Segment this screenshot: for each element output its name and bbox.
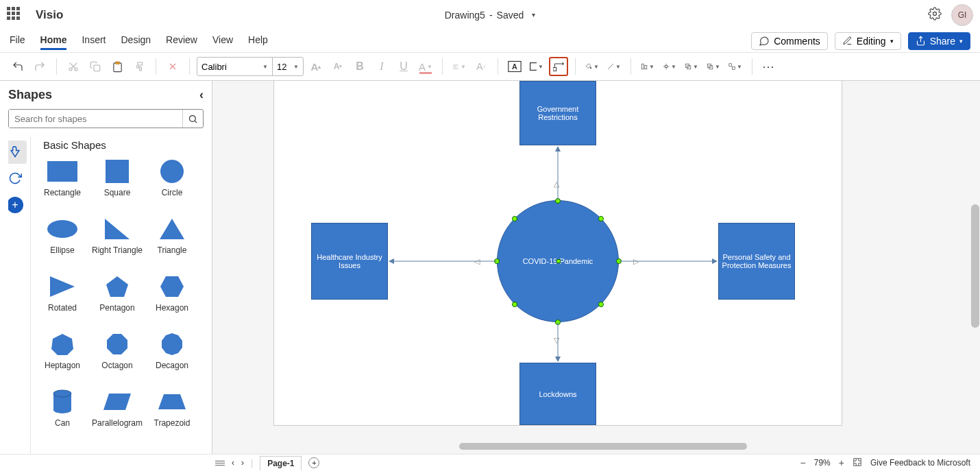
connection-point[interactable] — [598, 302, 604, 307]
tab-review[interactable]: Review — [166, 32, 197, 50]
collapse-panel-button[interactable]: ‹ — [199, 88, 204, 102]
shape-top[interactable]: Government Restrictions — [519, 81, 596, 145]
connection-point[interactable] — [555, 198, 561, 204]
add-stencil-button[interactable]: + — [8, 197, 23, 213]
autoconnect-down[interactable]: ▽ — [554, 336, 559, 345]
shape-can[interactable]: Can — [35, 387, 90, 442]
connection-point[interactable] — [598, 216, 604, 221]
connection-point[interactable] — [512, 216, 517, 221]
shape-right-triangle[interactable]: Right Triangle — [90, 214, 145, 269]
comments-button[interactable]: Comments — [751, 32, 828, 50]
shape-triangle[interactable]: Triangle — [145, 214, 199, 269]
autoconnect-right[interactable]: ▷ — [633, 257, 639, 266]
page-tab[interactable]: Page-1 — [260, 456, 302, 470]
copy-button[interactable] — [86, 57, 105, 76]
fit-page-button[interactable] — [853, 457, 862, 469]
zoom-in-button[interactable]: + — [839, 457, 844, 468]
svg-rect-16 — [553, 68, 556, 71]
search-icon[interactable] — [182, 110, 203, 128]
shapes-sidebar: Shapes ‹ + — [0, 81, 212, 454]
shape-parallelogram[interactable]: Parallelogram — [90, 387, 145, 442]
drawing-page[interactable]: COVID-19 Pandemic Government Restriction… — [274, 81, 842, 425]
rectangle-tool-button[interactable]: ▼ — [527, 57, 546, 76]
user-avatar[interactable]: GI — [951, 4, 973, 26]
arrange-position-button[interactable]: ▼ — [660, 57, 679, 76]
autoconnect-left[interactable]: ◁ — [474, 257, 480, 266]
connection-point[interactable] — [555, 319, 561, 325]
svg-point-2 — [69, 68, 72, 71]
underline-button[interactable]: U — [394, 57, 413, 76]
shrink-font-button[interactable]: A▾ — [328, 57, 347, 76]
redo-button[interactable] — [30, 57, 49, 76]
group-button[interactable]: ▼ — [726, 57, 745, 76]
shape-ellipse[interactable]: Ellipse — [35, 214, 90, 269]
grow-font-button[interactable]: A▴ — [306, 57, 326, 76]
shape-rotated[interactable]: Rotated — [35, 271, 90, 326]
svg-rect-55 — [854, 458, 861, 466]
next-page-button[interactable]: › — [241, 458, 244, 468]
svg-rect-15 — [530, 63, 537, 71]
vertical-scrollbar[interactable] — [971, 204, 979, 328]
send-back-button[interactable]: ▼ — [704, 57, 723, 76]
shape-hexagon[interactable]: Hexagon — [145, 271, 199, 326]
delete-button[interactable] — [163, 57, 182, 76]
connector-tool-button[interactable] — [549, 57, 568, 76]
tab-help[interactable]: Help — [248, 32, 268, 50]
tab-file[interactable]: File — [10, 32, 25, 50]
connection-point[interactable] — [494, 258, 500, 264]
autoconnect-up[interactable]: △ — [554, 180, 559, 189]
align-button[interactable]: ▼ — [450, 57, 469, 76]
shape-search[interactable] — [8, 109, 204, 128]
paste-button[interactable] — [108, 57, 127, 76]
zoom-level[interactable]: 79% — [814, 458, 831, 468]
cut-button[interactable] — [64, 57, 83, 76]
bold-button[interactable]: B — [350, 57, 369, 76]
shape-left[interactable]: Healthcare Industry Issues — [311, 223, 388, 300]
shape-trapezoid[interactable]: Trapezoid — [145, 387, 199, 442]
format-painter-button[interactable] — [130, 57, 149, 76]
settings-button[interactable] — [928, 7, 942, 23]
zoom-out-button[interactable]: − — [800, 457, 806, 468]
tab-view[interactable]: View — [212, 32, 233, 50]
canvas-area[interactable]: COVID-19 Pandemic Government Restriction… — [212, 81, 980, 454]
tab-home[interactable]: Home — [40, 32, 67, 50]
shape-heptagon[interactable]: Heptagon — [35, 329, 90, 384]
shape-square[interactable]: Square — [90, 156, 145, 211]
shape-search-input[interactable] — [9, 110, 182, 128]
text-tool-button[interactable]: A — [505, 57, 524, 76]
shape-rectangle[interactable]: Rectangle — [35, 156, 90, 211]
add-page-button[interactable]: + — [308, 457, 319, 468]
tab-insert[interactable]: Insert — [82, 32, 106, 50]
fill-color-button[interactable]: ▼ — [583, 57, 602, 76]
tab-design[interactable]: Design — [121, 32, 151, 50]
shape-decagon[interactable]: Decagon — [145, 329, 199, 384]
document-title[interactable]: Drawing5 - Saved ▾ — [445, 10, 536, 21]
vertical-text-button[interactable]: A↕ — [471, 57, 491, 76]
horizontal-scrollbar[interactable] — [459, 443, 747, 450]
undo-button[interactable] — [8, 57, 27, 76]
bring-front-button[interactable]: ▼ — [682, 57, 701, 76]
share-button[interactable]: Share ▾ — [908, 32, 970, 50]
arrange-align-button[interactable]: ▼ — [638, 57, 657, 76]
line-color-button[interactable]: ▼ — [604, 57, 624, 76]
shape-circle[interactable]: Circle — [145, 156, 199, 211]
shape-bottom[interactable]: Lockdowns — [519, 363, 596, 425]
stencil-arrows-button[interactable] — [8, 167, 27, 190]
chevron-down-icon[interactable]: ▾ — [532, 11, 535, 19]
shape-octagon[interactable]: Octagon — [90, 329, 145, 384]
app-launcher-icon[interactable] — [7, 7, 23, 23]
prev-page-button[interactable]: ‹ — [232, 458, 234, 468]
shape-right[interactable]: Personal Safety and Protection Measures — [718, 223, 795, 300]
font-color-button[interactable]: A ▼ — [416, 57, 435, 76]
stencil-basic-shapes-button[interactable] — [8, 141, 27, 164]
italic-button[interactable]: I — [372, 57, 391, 76]
shape-pentagon[interactable]: Pentagon — [90, 271, 145, 326]
connection-point[interactable] — [616, 258, 622, 264]
more-options-button[interactable]: ⋯ — [759, 57, 779, 76]
feedback-link[interactable]: Give Feedback to Microsoft — [870, 458, 970, 468]
font-selector[interactable]: Calibri▼ 12▼ — [197, 57, 304, 76]
svg-point-31 — [190, 115, 196, 121]
connection-point[interactable] — [512, 302, 517, 307]
pages-menu-button[interactable] — [215, 461, 225, 466]
editing-mode-button[interactable]: Editing ▾ — [835, 32, 901, 50]
